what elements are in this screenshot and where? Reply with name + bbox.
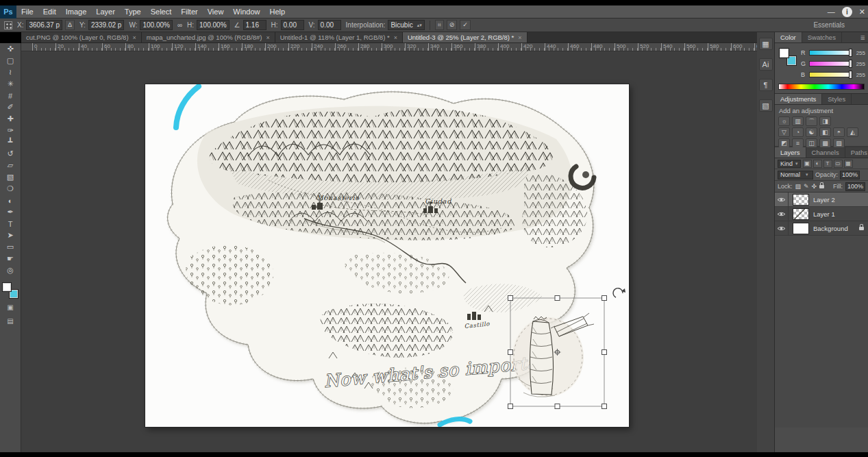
layer-thumbnail[interactable] xyxy=(793,208,809,220)
lasso-tool[interactable]: ≀ xyxy=(1,66,21,78)
dodge-tool[interactable]: ◐ xyxy=(1,195,21,206)
cancel-transform-button[interactable]: ⊘ xyxy=(447,20,458,30)
relative-position-button[interactable]: Δ xyxy=(65,20,75,30)
tab-layers[interactable]: Layers xyxy=(775,147,806,158)
gradient-tool[interactable]: ▧ xyxy=(1,171,21,183)
reference-point-icon[interactable] xyxy=(4,21,12,29)
transform-handle-nw[interactable] xyxy=(508,296,513,301)
info-circle-icon[interactable]: i xyxy=(842,7,852,17)
menu-type[interactable]: Type xyxy=(120,5,146,18)
levels-icon[interactable]: ▥ xyxy=(792,116,804,126)
slider-track[interactable] xyxy=(809,61,852,66)
close-icon[interactable]: ✕ xyxy=(859,8,865,16)
eyedropper-tool[interactable]: ✐ xyxy=(1,101,21,113)
slider-knob[interactable] xyxy=(849,49,852,57)
tab-channels[interactable]: Channels xyxy=(806,147,845,158)
tab-color[interactable]: Color xyxy=(775,32,802,42)
layer-visibility-toggle[interactable] xyxy=(775,221,789,235)
clone-stamp-tool[interactable]: ┻ xyxy=(1,136,21,148)
v-skew-field[interactable]: 0.00 xyxy=(318,20,341,30)
transform-handle-se[interactable] xyxy=(602,404,607,409)
screen-mode-button[interactable]: ▤ xyxy=(1,315,21,326)
vibrance-icon[interactable]: ▽ xyxy=(778,127,790,137)
zoom-tool[interactable]: ◎ xyxy=(1,264,21,276)
dock-panel-misc-icon[interactable]: ▧ xyxy=(759,99,773,112)
canvas-pasteboard[interactable]: Monasterio Ciudad Castillo Now what's so… xyxy=(21,51,757,452)
slider-knob[interactable] xyxy=(849,71,852,79)
color-spectrum-ramp[interactable] xyxy=(778,84,865,90)
crop-tool[interactable]: # xyxy=(1,90,21,101)
minimize-icon[interactable]: — xyxy=(828,8,835,16)
foreground-color-chip[interactable] xyxy=(2,282,12,292)
threshold-icon[interactable]: ◫ xyxy=(806,138,817,148)
paragraph-panel-icon[interactable]: ¶ xyxy=(759,79,773,91)
channel-mixer-icon[interactable]: ◭ xyxy=(847,127,858,137)
shape-tool[interactable]: ▭ xyxy=(1,241,21,253)
x-position-field[interactable]: 3606.37 p xyxy=(26,20,62,30)
filter-adjustment-layers-icon[interactable]: ◐ xyxy=(813,160,822,168)
menu-layer[interactable]: Layer xyxy=(91,5,120,18)
blend-mode-select[interactable]: Normal ▾ xyxy=(778,171,813,180)
layer-visibility-toggle[interactable] xyxy=(775,193,789,206)
lock-transparent-icon[interactable]: ▨ xyxy=(795,183,802,190)
move-tool[interactable]: ✜ xyxy=(1,43,21,55)
interpolation-select[interactable]: Bicubic ▴▾ xyxy=(388,20,424,30)
menu-select[interactable]: Select xyxy=(146,5,177,18)
filter-smart-objects-icon[interactable]: ▦ xyxy=(844,160,853,168)
transform-handle-n[interactable] xyxy=(555,296,560,301)
tab-swatches[interactable]: Swatches xyxy=(802,32,842,42)
opacity-value[interactable]: 100% xyxy=(840,171,860,180)
character-panel-icon[interactable]: Ai xyxy=(759,58,773,71)
horizontal-ruler[interactable]: 0204060801001201401601802002202402602803… xyxy=(21,43,757,51)
workspace-switcher[interactable]: Essentials xyxy=(813,21,864,29)
filter-pixel-layers-icon[interactable]: ▣ xyxy=(803,160,812,168)
y-position-field[interactable]: 2339.02 p xyxy=(88,20,125,30)
layer-row-layer-2[interactable]: Layer 2 xyxy=(775,193,868,207)
transform-handle-s[interactable] xyxy=(555,404,560,409)
hue-saturation-icon[interactable]: ◔ xyxy=(792,127,804,137)
tab-cut-png[interactable]: cut.PNG @ 100% (Layer 0, RGB/8) × xyxy=(21,32,142,42)
warp-mode-button[interactable]: ⌗ xyxy=(435,20,444,30)
healing-brush-tool[interactable]: ✚ xyxy=(1,113,21,125)
width-field[interactable]: 100.00% xyxy=(140,20,172,30)
invert-icon[interactable]: ◩ xyxy=(778,138,790,148)
tab-close-icon[interactable]: × xyxy=(266,34,269,41)
lock-pixels-icon[interactable]: ✎ xyxy=(804,183,809,190)
tab-close-icon[interactable]: × xyxy=(133,34,136,41)
curves-icon[interactable]: ⌒ xyxy=(806,116,817,126)
gradient-map-icon[interactable]: ▩ xyxy=(819,138,831,148)
pen-tool[interactable]: ✒ xyxy=(1,206,21,218)
tab-close-icon[interactable]: × xyxy=(518,34,521,41)
selective-color-icon[interactable]: ▨ xyxy=(833,138,845,148)
color-balance-icon[interactable]: ☯ xyxy=(806,127,817,137)
history-brush-tool[interactable]: ↺ xyxy=(1,148,21,160)
posterize-icon[interactable]: ≡ xyxy=(792,138,804,148)
layer-thumbnail[interactable] xyxy=(793,223,809,234)
photo-filter-icon[interactable]: ◓ xyxy=(833,127,845,137)
menu-edit[interactable]: Edit xyxy=(38,5,61,18)
marquee-tool[interactable]: ▢ xyxy=(1,55,21,66)
tab-close-icon[interactable]: × xyxy=(394,34,397,41)
hand-tool[interactable]: ☛ xyxy=(1,253,21,264)
layer-filter-kind-select[interactable]: Kind ▾ xyxy=(778,160,801,168)
menu-help[interactable]: Help xyxy=(264,5,290,18)
commit-transform-button[interactable]: ✓ xyxy=(460,20,471,30)
menu-file[interactable]: File xyxy=(16,5,38,18)
layer-row-background[interactable]: Background xyxy=(775,221,868,236)
exposure-icon[interactable]: ◨ xyxy=(819,116,831,126)
slider-track[interactable] xyxy=(809,72,852,77)
layer-row-layer-1[interactable]: Layer 1 xyxy=(775,207,868,221)
slider-track[interactable] xyxy=(809,50,852,55)
path-selection-tool[interactable]: ➤ xyxy=(1,230,21,241)
brightness-contrast-icon[interactable]: ☼ xyxy=(778,116,790,126)
filter-shape-layers-icon[interactable]: ▭ xyxy=(834,160,843,168)
height-field[interactable]: 100.00% xyxy=(197,20,229,30)
link-dimensions-icon[interactable]: ∞ xyxy=(177,21,182,29)
h-skew-field[interactable]: 0.00 xyxy=(281,20,304,30)
tab-styles[interactable]: Styles xyxy=(822,94,852,104)
slider-knob[interactable] xyxy=(849,60,852,68)
type-tool[interactable]: T xyxy=(1,218,21,230)
layer-thumbnail[interactable] xyxy=(793,194,809,206)
foreground-color-chip[interactable] xyxy=(779,48,789,58)
menu-filter[interactable]: Filter xyxy=(176,5,202,18)
